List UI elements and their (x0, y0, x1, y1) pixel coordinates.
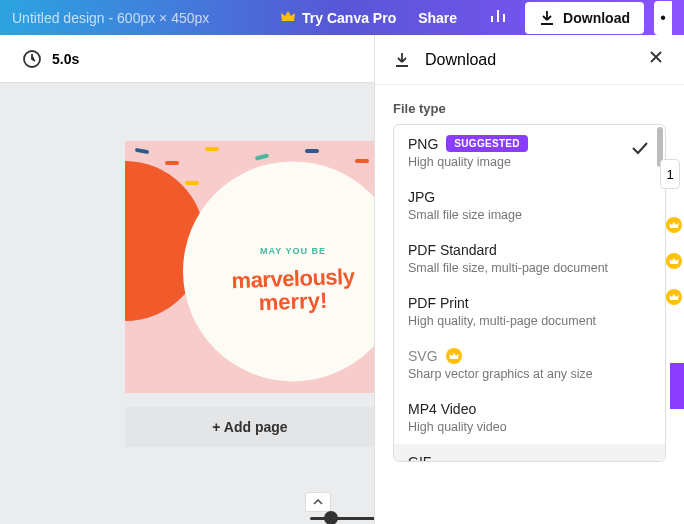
file-type-option-jpg[interactable]: JPG Small file size image (394, 179, 665, 232)
option-label: JPG (408, 189, 435, 205)
check-icon (631, 141, 649, 159)
design-text-line1: MAY YOU BE (260, 246, 326, 256)
action-button-edge[interactable] (670, 363, 684, 409)
file-type-label: File type (375, 85, 684, 124)
file-type-option-gif[interactable]: GIF Short clip, no sound (394, 444, 665, 462)
download-button[interactable]: Download (525, 2, 644, 34)
design-text-line3: merry! (258, 288, 327, 316)
download-panel: Download File type PNG SUGGESTED High qu… (374, 35, 684, 524)
file-type-dropdown[interactable]: PNG SUGGESTED High quality image JPG Sma… (393, 124, 666, 462)
option-label: SVG (408, 348, 438, 364)
option-desc: Sharp vector graphics at any size (408, 367, 641, 381)
stats-button[interactable] (479, 2, 517, 34)
option-desc: High quality video (408, 420, 641, 434)
more-menu-button[interactable]: • (654, 1, 672, 35)
download-label: Download (563, 10, 630, 26)
download-icon (539, 10, 555, 26)
top-toolbar: Untitled design - 600px × 450px Try Canv… (0, 0, 684, 35)
share-button[interactable]: Share (404, 4, 471, 32)
bar-chart-icon (489, 8, 507, 24)
file-type-option-pdf-standard[interactable]: PDF Standard Small file size, multi-page… (394, 232, 665, 285)
pro-badge-icon (666, 253, 682, 269)
panel-title: Download (425, 51, 634, 69)
suggested-badge: SUGGESTED (446, 135, 528, 152)
option-desc: Small file size, multi-page document (408, 261, 641, 275)
option-label: PDF Print (408, 295, 469, 311)
option-desc: High quality, multi-page document (408, 314, 641, 328)
option-label: MP4 Video (408, 401, 476, 417)
try-pro-label: Try Canva Pro (302, 10, 396, 26)
option-label: PNG (408, 136, 438, 152)
try-pro-button[interactable]: Try Canva Pro (280, 9, 396, 26)
file-type-option-mp4[interactable]: MP4 Video High quality video (394, 391, 665, 444)
clock-icon (22, 49, 42, 69)
option-desc: Small file size image (408, 208, 641, 222)
close-panel-button[interactable] (648, 49, 666, 70)
close-icon (648, 49, 664, 65)
add-page-button[interactable]: + Add page (125, 407, 375, 447)
pro-badge-icon (666, 289, 682, 305)
document-title[interactable]: Untitled design - 600px × 450px (12, 10, 209, 26)
option-desc: High quality image (408, 155, 641, 169)
option-label: GIF (408, 454, 431, 462)
crown-icon (446, 348, 462, 364)
duration-value[interactable]: 5.0s (52, 51, 79, 67)
download-icon (393, 51, 411, 69)
file-type-option-png[interactable]: PNG SUGGESTED High quality image (394, 125, 665, 179)
page-count-input[interactable]: 1 (660, 159, 680, 189)
crown-icon (280, 9, 296, 26)
chevron-up-icon (312, 498, 324, 506)
file-type-option-pdf-print[interactable]: PDF Print High quality, multi-page docum… (394, 285, 665, 338)
option-label: PDF Standard (408, 242, 497, 258)
file-type-option-svg[interactable]: SVG Sharp vector graphics at any size (394, 338, 665, 391)
pro-badge-icon (666, 217, 682, 233)
